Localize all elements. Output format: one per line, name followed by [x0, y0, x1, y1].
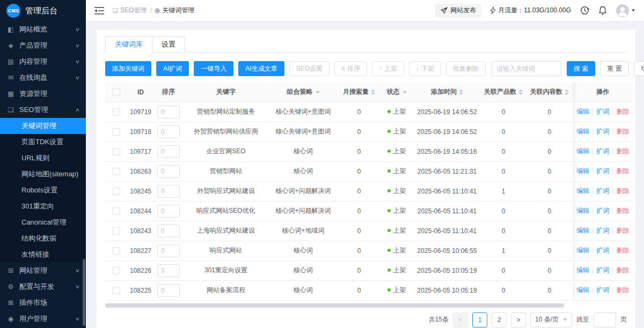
col-strategy[interactable]: 组合策略 [268, 83, 338, 102]
search-button[interactable]: 搜 索 [567, 61, 595, 76]
sidebar-item[interactable]: ▤ 内容管理 ∨ [0, 54, 86, 70]
delete-link[interactable]: 删除 [616, 167, 629, 175]
jump-page-input[interactable] [594, 312, 616, 327]
row-checkbox[interactable] [113, 247, 120, 255]
expand-word-link[interactable]: 扩词 [596, 247, 609, 254]
delete-link[interactable]: 删除 [616, 207, 629, 214]
expand-word-link[interactable]: 扩词 [596, 286, 609, 294]
row-checkbox[interactable] [113, 148, 120, 155]
select-all-checkbox[interactable] [113, 88, 120, 96]
ai-expand-button[interactable]: AI扩词 [156, 61, 189, 76]
sort-order-input[interactable] [157, 106, 180, 118]
sidebar-subitem[interactable]: 关键词管理 [0, 118, 86, 134]
edit-link[interactable]: 编辑 [576, 187, 589, 195]
hscrollbar-thumb[interactable] [105, 303, 564, 308]
prev-page-button[interactable]: < [453, 312, 468, 327]
sidebar-item[interactable]: ⊞ 网站管理 ∨ [0, 263, 86, 279]
on-shelf-button[interactable]: ↑上架 [372, 61, 404, 76]
sidebar-subitem[interactable]: URL规则 [0, 150, 86, 166]
expand-word-link[interactable]: 扩词 [596, 167, 609, 175]
row-checkbox[interactable] [113, 227, 120, 235]
sort-order-input[interactable] [157, 125, 180, 138]
sidebar-subitem[interactable]: 301重定向 [0, 198, 86, 214]
page-number-button[interactable]: 2 [492, 312, 507, 327]
menu-fold-icon[interactable] [94, 7, 104, 14]
delete-link[interactable]: 删除 [616, 128, 629, 135]
edit-link[interactable]: 编辑 [576, 266, 589, 274]
row-checkbox[interactable] [113, 267, 120, 274]
sort-order-input[interactable] [157, 145, 180, 158]
expand-word-link[interactable]: 扩词 [596, 227, 609, 234]
delete-link[interactable]: 删除 [616, 147, 629, 155]
sort-button[interactable]: ≡排序 [334, 61, 367, 76]
col-time[interactable]: 添加时间 [413, 83, 481, 102]
col-products[interactable]: 关联产品数 [481, 83, 526, 102]
row-checkbox[interactable] [113, 108, 120, 116]
delete-link[interactable]: 删除 [616, 108, 629, 115]
edit-link[interactable]: 编辑 [576, 147, 589, 155]
expand-word-link[interactable]: 扩词 [596, 147, 609, 155]
expand-word-link[interactable]: 扩词 [596, 187, 609, 195]
edit-link[interactable]: 编辑 [576, 108, 589, 115]
batch-delete-button[interactable]: 批量删除 [446, 61, 486, 76]
sidebar-item[interactable]: ◉ 用户管理 ∨ [0, 311, 86, 327]
expand-word-link[interactable]: 扩词 [596, 108, 609, 115]
add-keyword-button[interactable]: 添加关键词 [105, 61, 151, 76]
sort-order-input[interactable] [157, 225, 180, 237]
reset-button[interactable]: 重 置 [600, 61, 628, 76]
row-checkbox[interactable] [113, 188, 120, 195]
sidebar-subitem[interactable]: Canonical管理 [0, 214, 86, 230]
delete-link[interactable]: 删除 [616, 266, 629, 274]
edit-link[interactable]: 编辑 [576, 128, 589, 135]
sort-order-input[interactable] [157, 185, 180, 198]
sidebar-item[interactable]: ▦ 资源管理 [0, 86, 86, 102]
delete-link[interactable]: 删除 [616, 187, 629, 195]
user-menu[interactable]: ▼ [616, 4, 635, 17]
off-shelf-button[interactable]: ↓下架 [409, 61, 441, 76]
edit-link[interactable]: 编辑 [576, 167, 589, 175]
row-checkbox[interactable] [113, 287, 120, 294]
expand-word-link[interactable]: 扩词 [596, 207, 609, 214]
history-clock-icon[interactable] [580, 6, 589, 16]
ai-article-button[interactable]: AI生成文章 [238, 61, 284, 76]
edit-link[interactable]: 编辑 [576, 247, 589, 254]
sort-order-input[interactable] [157, 284, 180, 297]
sidebar-item[interactable]: ❏ SEO管理 ∧ [0, 102, 86, 118]
notification-bell-icon[interactable] [598, 6, 608, 16]
sidebar-subitem[interactable]: 页面TDK设置 [0, 134, 86, 150]
delete-link[interactable]: 删除 [616, 227, 629, 234]
edit-link[interactable]: 编辑 [576, 207, 589, 214]
sidebar-item[interactable]: ⊠ 插件市场 [0, 295, 86, 311]
site-publish-button[interactable]: 网站发布 [435, 4, 481, 18]
sidebar-item[interactable]: ⚙ 配置与开发 ∨ [0, 279, 86, 295]
next-page-button[interactable]: > [511, 312, 526, 327]
sort-order-input[interactable] [157, 244, 180, 257]
col-status[interactable]: 状态 [380, 83, 413, 102]
page-size-select[interactable]: 10 条/页 [530, 312, 572, 327]
edit-link[interactable]: 编辑 [576, 227, 589, 234]
expand-word-link[interactable]: 扩词 [596, 128, 609, 135]
sidebar-subitem[interactable]: 友情链接 [0, 247, 86, 263]
sidebar-subitem[interactable]: 结构化数据 [0, 230, 86, 247]
keyword-search-input[interactable] [492, 61, 561, 76]
sort-order-input[interactable] [157, 165, 180, 178]
sidebar-item[interactable]: ✉ 在线询盘 ∨ [0, 70, 86, 86]
sidebar-scrollbar[interactable] [83, 259, 85, 326]
sidebar-item[interactable]: ◈ 产品管理 ∨ [0, 38, 86, 54]
sidebar-subitem[interactable]: 网站地图(sitemap) [0, 166, 86, 182]
breadcrumb-section[interactable]: ❏ SEO管理 [113, 6, 147, 15]
col-contents[interactable]: 关联内容数 [526, 83, 573, 102]
row-checkbox[interactable] [113, 207, 120, 215]
row-checkbox[interactable] [113, 168, 120, 175]
sort-order-input[interactable] [157, 205, 180, 218]
expand-word-link[interactable]: 扩词 [596, 266, 609, 274]
page-number-button[interactable]: 1 [472, 312, 487, 327]
edit-link[interactable]: 编辑 [576, 286, 589, 294]
delete-link[interactable]: 删除 [616, 286, 629, 294]
sort-order-input[interactable] [157, 264, 180, 277]
seo-setting-button[interactable]: SEO设置 [289, 61, 330, 76]
refresh-button[interactable]: ↻刷新 [634, 61, 644, 76]
sidebar-item[interactable]: ◧ 网站概览 ∨ [0, 21, 86, 38]
import-button[interactable]: 一键导入 [194, 61, 233, 76]
row-checkbox[interactable] [113, 128, 120, 136]
